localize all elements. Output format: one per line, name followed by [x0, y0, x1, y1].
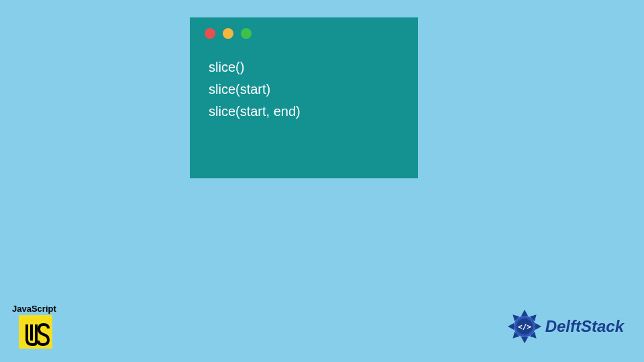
javascript-logo-icon	[19, 315, 52, 349]
window-dot-green	[241, 28, 252, 39]
code-line: slice()	[209, 56, 403, 78]
svg-marker-5	[521, 337, 528, 343]
svg-marker-3	[535, 323, 541, 330]
delftstack-emblem-icon: </>	[506, 308, 543, 345]
delftstack-text: DelftStack	[545, 317, 624, 336]
svg-marker-1	[521, 310, 528, 316]
code-block: slice() slice(start) slice(start, end)	[205, 56, 403, 123]
code-line: slice(start)	[209, 78, 403, 101]
window-dot-red	[205, 28, 215, 39]
traffic-lights	[205, 28, 403, 39]
window-dot-yellow	[223, 28, 233, 39]
javascript-label: JavaScript	[11, 304, 60, 314]
svg-marker-7	[508, 323, 514, 330]
javascript-badge: JavaScript	[11, 304, 60, 349]
delftstack-logo: </> DelftStack	[506, 308, 624, 345]
code-line: slice(start, end)	[209, 101, 403, 123]
delftstack-badge-text: </>	[518, 322, 531, 331]
code-window: slice() slice(start) slice(start, end)	[190, 17, 418, 178]
